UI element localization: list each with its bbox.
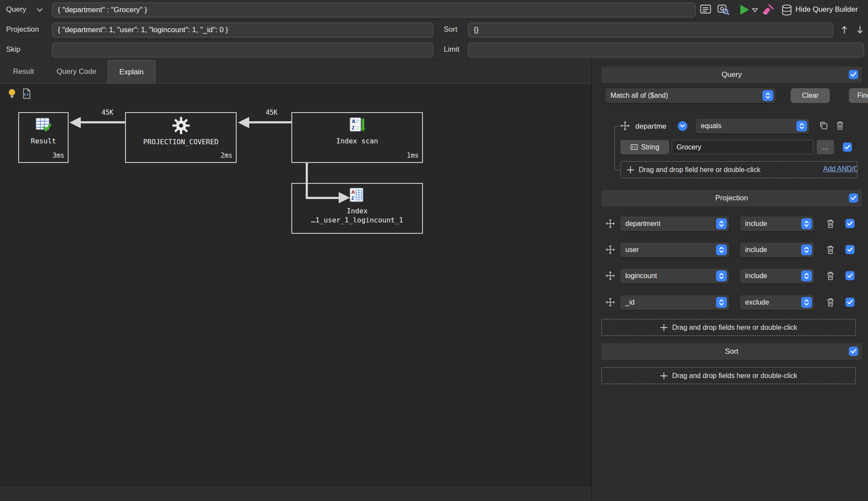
more-options-button[interactable]: ... — [817, 140, 834, 154]
delete-projection-button[interactable] — [826, 219, 835, 228]
projection-field-select[interactable]: _id — [620, 295, 729, 310]
projection-field-select[interactable]: logincount — [620, 268, 729, 284]
query-drop-hint: Drag and drop field here or double-click — [639, 166, 760, 174]
condition-field-value[interactable]: departme — [635, 122, 667, 131]
move-icon — [620, 121, 630, 130]
sort-input[interactable] — [468, 23, 833, 37]
value-type-button[interactable]: String — [620, 140, 669, 154]
projection-input[interactable] — [52, 23, 433, 37]
hide-query-builder-button[interactable] — [782, 4, 792, 16]
node-projection-covered[interactable]: PROJECTION_COVERED 2ms — [125, 112, 237, 163]
projection-mode-select[interactable]: include — [739, 268, 815, 284]
edge-count-label: 45K — [266, 109, 277, 116]
projection-enabled-checkbox[interactable] — [845, 219, 855, 228]
plus-icon — [627, 166, 634, 174]
projection-field-select[interactable]: department — [620, 216, 729, 232]
delete-projection-button[interactable] — [826, 271, 835, 280]
delete-projection-button[interactable] — [826, 298, 835, 307]
query-drop-zone[interactable]: Drag and drop field here or double-click… — [620, 161, 858, 178]
hint-lightbulb-button[interactable] — [7, 88, 17, 99]
hide-query-builder-label[interactable]: Hide Query Builder — [795, 0, 858, 19]
delete-condition-button[interactable] — [836, 121, 844, 130]
query-mode-chevron-icon[interactable] — [36, 8, 43, 12]
tab-explain[interactable]: Explain — [108, 60, 155, 83]
operator-select[interactable]: equals — [695, 118, 810, 134]
delete-projection-button[interactable] — [826, 245, 835, 254]
sort-section-title: Sort — [725, 347, 738, 356]
query-settings-icon[interactable] — [717, 4, 729, 15]
select-stepper-icon — [801, 245, 812, 255]
database-icon — [782, 4, 792, 16]
projection-enabled-checkbox[interactable] — [845, 245, 855, 254]
node-index-scan[interactable]: A Z Index scan 1ms — [291, 112, 423, 163]
sort-label: Sort — [444, 20, 457, 39]
sort-drop-zone[interactable]: Drag and drop fields here or double-clic… — [601, 367, 856, 384]
match-mode-select[interactable]: Match all of ($and) — [605, 88, 776, 103]
move-icon — [606, 271, 615, 280]
tree-line — [614, 126, 620, 126]
explain-report-button[interactable] — [22, 88, 32, 99]
move-handle[interactable] — [606, 219, 615, 228]
flow-line — [248, 121, 291, 123]
tab-result[interactable]: Result — [2, 60, 45, 83]
skip-input[interactable] — [52, 43, 433, 57]
move-handle[interactable] — [606, 271, 615, 280]
arrow-down-button[interactable] — [856, 25, 864, 34]
select-stepper-icon — [716, 245, 727, 255]
query-mode-dropdown-label[interactable]: Query — [6, 0, 26, 19]
node-result[interactable]: Result 3ms — [18, 112, 69, 163]
limit-input[interactable] — [468, 43, 864, 57]
projection-drop-zone[interactable]: Drag and drop fields here or double-clic… — [601, 319, 856, 336]
query-section-checkbox[interactable] — [849, 70, 858, 79]
sort-section-checkbox[interactable] — [849, 347, 858, 356]
projection-field-select[interactable]: user — [620, 242, 729, 258]
lightbulb-icon — [7, 88, 17, 99]
condition-value-input[interactable] — [672, 140, 813, 154]
app-window: Query Hide Query Builder Projection Sort — [0, 0, 868, 501]
clear-button[interactable]: Clear — [791, 88, 830, 103]
plus-icon — [660, 324, 668, 332]
node-time: 2ms — [221, 152, 232, 159]
tab-query-code[interactable]: Query Code — [45, 60, 108, 83]
check-icon — [851, 72, 856, 77]
projection-section-checkbox[interactable] — [849, 193, 858, 202]
query-preview-icon[interactable] — [700, 4, 712, 15]
move-handle[interactable] — [606, 245, 615, 254]
query-input[interactable] — [52, 3, 696, 17]
find-button[interactable]: Find — [849, 88, 868, 103]
node-index[interactable]: A Z Index …1_user_1_logincount_1 — [291, 183, 423, 234]
projection-enabled-checkbox[interactable] — [845, 271, 855, 280]
flow-line — [306, 163, 308, 199]
run-button[interactable] — [739, 4, 750, 16]
run-options-chevron-icon[interactable] — [752, 8, 758, 13]
projection-mode-select[interactable]: include — [739, 216, 815, 232]
add-and-or-link[interactable]: Add AND/OR — [823, 165, 858, 173]
tab-result-label: Result — [13, 67, 34, 76]
move-handle[interactable] — [606, 298, 615, 307]
projection-enabled-checkbox[interactable] — [845, 298, 855, 307]
canvas-bottom-strip — [0, 486, 591, 501]
move-handle[interactable] — [620, 121, 630, 130]
query-section-header: Query — [601, 66, 862, 83]
condition-enabled-checkbox[interactable] — [843, 143, 852, 152]
check-icon — [847, 300, 853, 305]
projection-drop-hint: Drag and drop fields here or double-clic… — [672, 324, 797, 332]
duplicate-condition-button[interactable] — [819, 121, 828, 129]
move-icon — [606, 298, 615, 307]
select-stepper-icon — [716, 219, 727, 229]
svg-text:Z: Z — [352, 125, 355, 131]
check-icon — [847, 247, 853, 252]
move-icon — [606, 219, 615, 228]
query-builder-panel: Query Match all of ($and) Clear Find dep… — [591, 60, 868, 501]
sort-az-icon: A Z — [349, 116, 366, 134]
clear-results-button[interactable] — [762, 4, 774, 16]
select-stepper-icon — [762, 90, 773, 101]
node-index-name: …1_user_1_logincount_1 — [311, 216, 403, 224]
arrow-up-button[interactable] — [841, 25, 848, 34]
projection-mode-select[interactable]: include — [739, 242, 815, 258]
condition-field-chevron-icon[interactable] — [678, 121, 687, 131]
value-type-label: String — [641, 143, 660, 151]
broom-icon — [762, 4, 774, 16]
projection-mode-select[interactable]: exclude — [739, 295, 815, 310]
explain-report-icon — [22, 88, 32, 99]
